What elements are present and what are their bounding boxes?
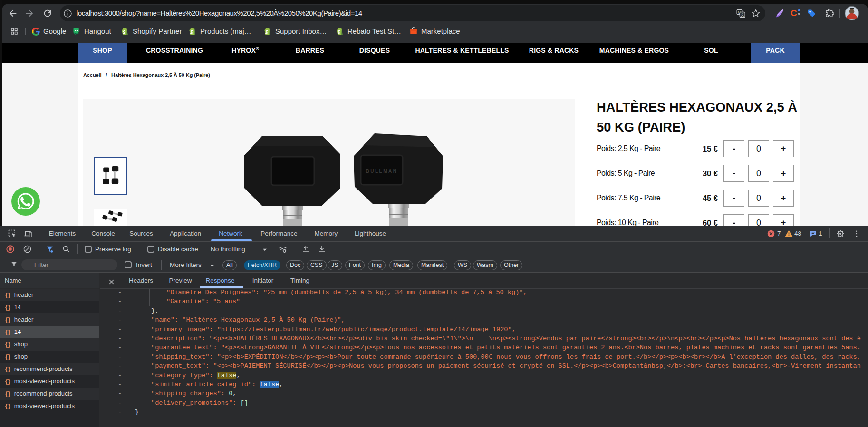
- svg-text:BULLMAN: BULLMAN: [366, 169, 398, 174]
- svg-text:文: 文: [741, 12, 744, 17]
